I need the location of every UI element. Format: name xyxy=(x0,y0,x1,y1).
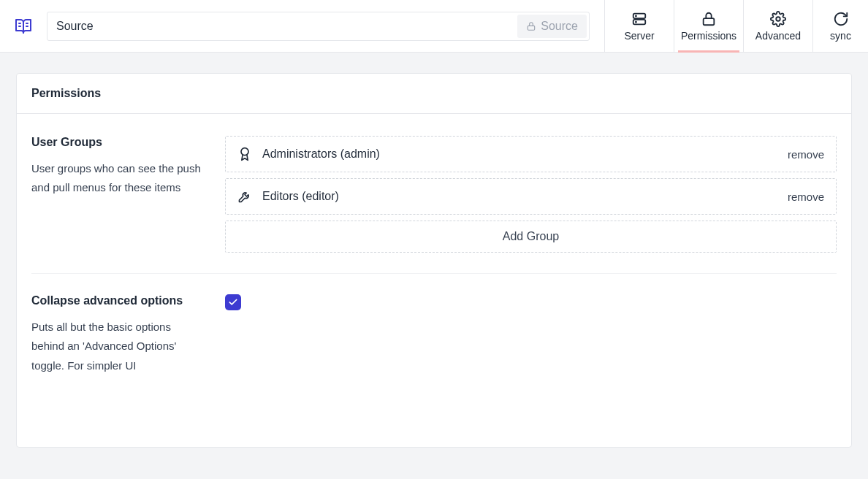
svg-rect-4 xyxy=(528,26,535,30)
add-group-button[interactable]: Add Group xyxy=(225,221,837,253)
group-label: Editors (editor) xyxy=(262,190,777,203)
section-user-groups: User Groups User groups who can see the … xyxy=(31,136,837,273)
svg-point-10 xyxy=(776,17,780,21)
source-input[interactable] xyxy=(47,12,590,41)
svg-point-8 xyxy=(636,21,636,22)
locked-label: Source xyxy=(541,20,578,33)
book-icon xyxy=(15,18,32,35)
svg-rect-9 xyxy=(704,18,715,25)
group-item: Administrators (admin) remove xyxy=(225,136,837,172)
lock-icon xyxy=(701,11,717,27)
section-title: User Groups xyxy=(31,136,203,149)
section-title: Collapse advanced options xyxy=(31,294,203,307)
nav-label: Permissions xyxy=(681,30,736,42)
nav-advanced[interactable]: Advanced xyxy=(743,0,812,52)
svg-point-7 xyxy=(636,15,636,16)
section-collapse: Collapse advanced options Puts all but t… xyxy=(31,273,837,396)
section-left: Collapse advanced options Puts all but t… xyxy=(31,294,203,375)
group-label: Administrators (admin) xyxy=(262,147,777,161)
panel-body: User Groups User groups who can see the … xyxy=(17,114,851,447)
group-item: Editors (editor) remove xyxy=(225,178,837,215)
remove-button[interactable]: remove xyxy=(788,191,824,203)
section-left: User Groups User groups who can see the … xyxy=(31,136,203,253)
section-desc: User groups who can see the push and pul… xyxy=(31,159,203,198)
collapse-checkbox[interactable] xyxy=(225,294,241,310)
topbar-right: Server Permissions Advanced sync xyxy=(604,0,868,52)
source-input-wrap: Source xyxy=(47,12,590,41)
nav-server[interactable]: Server xyxy=(604,0,674,52)
svg-point-11 xyxy=(241,148,248,156)
topbar: Source Server Permissions xyxy=(0,0,868,53)
nav-label: Advanced xyxy=(755,30,801,42)
gear-icon xyxy=(770,11,786,27)
section-desc: Puts all but the basic options behind an… xyxy=(31,318,203,375)
locked-badge: Source xyxy=(517,15,587,38)
section-right xyxy=(225,294,837,375)
panel-title: Permissions xyxy=(17,74,851,114)
section-right: Administrators (admin) remove Editors (e… xyxy=(225,136,837,253)
medal-icon xyxy=(237,147,252,161)
refresh-icon xyxy=(833,11,849,27)
wrench-icon xyxy=(237,189,252,204)
topbar-left: Source xyxy=(0,0,604,52)
nav-permissions[interactable]: Permissions xyxy=(674,0,743,52)
nav-label: sync xyxy=(830,30,851,42)
nav-label: Server xyxy=(624,30,654,42)
check-icon xyxy=(228,297,238,307)
group-list: Administrators (admin) remove Editors (e… xyxy=(225,136,837,253)
lock-icon xyxy=(526,21,536,31)
server-icon xyxy=(631,11,647,27)
remove-button[interactable]: remove xyxy=(788,148,824,161)
nav-sync[interactable]: sync xyxy=(812,0,868,52)
permissions-panel: Permissions User Groups User groups who … xyxy=(16,73,852,448)
